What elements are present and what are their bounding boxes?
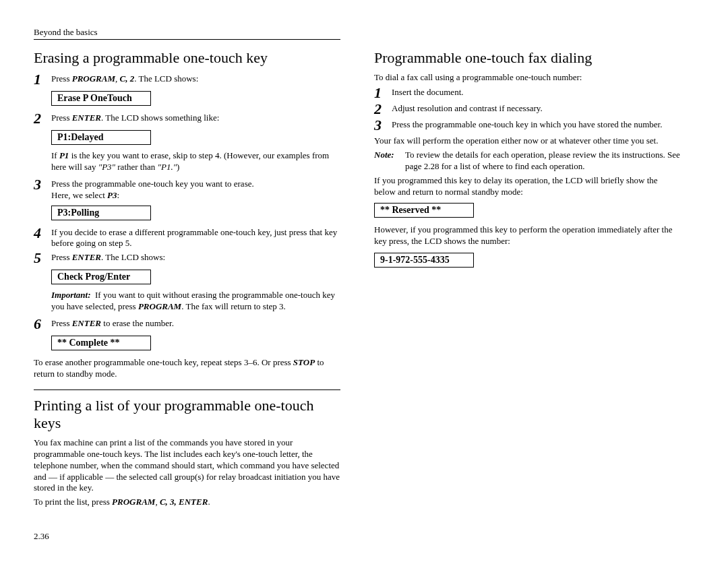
lcd-display-complete: ** Complete ** (51, 336, 151, 350)
step-text: Press the programmable one-touch key you… (51, 177, 340, 201)
step-1: 1 Press PROGRAM, C, 2. The LCD shows: (34, 72, 340, 87)
lcd-display-p1-delayed: P1:Delayed (51, 130, 151, 145)
step-text: Press ENTER. The LCD shows: (51, 251, 340, 263)
section-divider (34, 389, 340, 390)
step-number: 2 (34, 111, 51, 126)
step-5: 5 Press ENTER. The LCD shows: (34, 251, 340, 266)
running-header: Beyond the basics (34, 27, 340, 40)
section-heading-erase: Erasing a programmable one-touch key (34, 49, 340, 67)
r-step-1: 1 Insert the document. (374, 86, 681, 100)
step-text: Press PROGRAM, C, 2. The LCD shows: (51, 72, 340, 85)
manual-page: Beyond the basics Erasing a programmable… (0, 0, 728, 562)
step-number: 3 (374, 118, 392, 133)
lcd-display-number: 9-1-972-555-4335 (374, 253, 474, 268)
r-step-2: 2 Adjust resolution and contrast if nece… (374, 102, 681, 117)
step-text: Insert the document. (392, 86, 681, 98)
step-text: Press ENTER. The LCD shows something lik… (51, 111, 340, 124)
step-number: 1 (374, 86, 392, 100)
lcd-display-reserved: ** Reserved ** (374, 203, 474, 218)
r-step-3: 3 Press the programmable one-touch key i… (374, 118, 681, 133)
lcd-display-erase-onetouch: Erase P OneTouch (51, 91, 151, 106)
note-label: Note: (374, 150, 405, 173)
two-column-layout: Erasing a programmable one-touch key 1 P… (34, 48, 694, 511)
note-row: Note: To review the details for each ope… (374, 150, 681, 173)
step-number: 4 (34, 226, 51, 241)
page-number: 2.36 (34, 531, 49, 542)
delay-paragraph: If you programmed this key to delay its … (374, 175, 681, 198)
step-4: 4 If you decide to erase a different pro… (34, 226, 340, 250)
lcd-display-p3-polling: P3:Polling (51, 206, 151, 220)
step-3: 3 Press the programmable one-touch key y… (34, 177, 340, 201)
step-number: 6 (34, 317, 51, 332)
lcd-display-check-prog: Check Prog/Enter (51, 270, 151, 284)
step-text: If you decide to erase a different progr… (51, 226, 340, 250)
section-heading-printing: Printing a list of your programmable one… (34, 397, 340, 432)
step-6: 6 Press ENTER to erase the number. (34, 317, 340, 332)
step-number: 1 (34, 72, 51, 87)
step-number: 5 (34, 251, 51, 266)
tail-paragraph: To erase another programmable one-touch … (34, 357, 340, 380)
step-number: 3 (34, 177, 51, 192)
step-number: 2 (374, 102, 392, 117)
immediate-paragraph: However, if you programmed this key to p… (374, 224, 681, 247)
step-text: Adjust resolution and contrast if necess… (392, 102, 681, 115)
step-text: Press the programmable one-touch key in … (392, 118, 681, 131)
note-p1: If P1 is the key you want to erase, skip… (51, 150, 340, 173)
intro-line: To dial a fax call using a programmable … (374, 72, 681, 83)
note-text: To review the details for each operation… (405, 150, 681, 173)
step-2: 2 Press ENTER. The LCD shows something l… (34, 111, 340, 126)
right-column: Programmable one-touch fax dialing To di… (374, 48, 681, 511)
left-column: Erasing a programmable one-touch key 1 P… (34, 48, 340, 511)
section-heading-fax-dialing: Programmable one-touch fax dialing (374, 49, 681, 67)
after-steps: Your fax will perform the operation eith… (374, 135, 681, 147)
printing-paragraph-2: To print the list, press PROGRAM, C, 3, … (34, 497, 340, 508)
printing-paragraph-1: You fax machine can print a list of the … (34, 437, 340, 494)
step-text: Press ENTER to erase the number. (51, 317, 340, 330)
important-note: Important: If you want to quit without e… (51, 290, 340, 313)
